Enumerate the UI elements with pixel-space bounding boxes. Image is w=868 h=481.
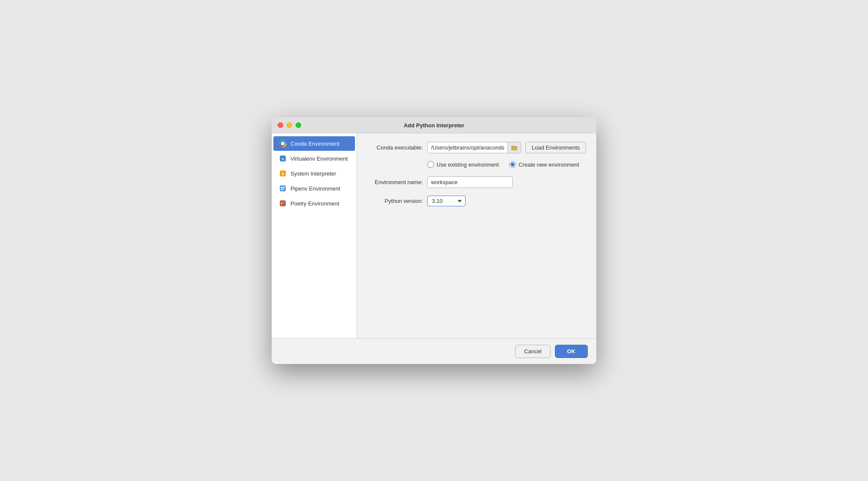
virtualenv-icon: v xyxy=(279,154,287,163)
sidebar-poetry-label: Poetry Environment xyxy=(290,200,339,207)
radio-create-new[interactable]: Create new environment xyxy=(509,161,579,168)
use-existing-radio[interactable] xyxy=(427,161,434,168)
add-python-interpreter-dialog: Add Python Interpreter Conda Environment xyxy=(272,117,596,364)
conda-executable-row: Conda executable: Load Environments xyxy=(367,142,586,153)
sidebar-pipenv-label: Pipenv Environment xyxy=(290,185,340,192)
conda-icon xyxy=(279,139,287,148)
radio-use-existing[interactable]: Use existing environment xyxy=(427,161,499,168)
pipenv-icon xyxy=(279,184,287,193)
sidebar-item-poetry[interactable]: Poetry Environment xyxy=(273,196,355,211)
dialog-footer: Cancel OK xyxy=(272,338,596,364)
use-existing-label: Use existing environment xyxy=(437,161,499,168)
svg-point-10 xyxy=(281,202,282,204)
traffic-lights xyxy=(278,122,301,128)
folder-icon xyxy=(511,145,517,150)
maximize-button[interactable] xyxy=(296,122,301,128)
close-button[interactable] xyxy=(278,122,283,128)
conda-executable-label: Conda executable: xyxy=(367,144,423,151)
main-content: Conda executable: Load Environments xyxy=(357,133,596,338)
cancel-button[interactable]: Cancel xyxy=(515,345,550,358)
sidebar-virtualenv-label: Virtualenv Environment xyxy=(290,155,348,162)
svg-text:S: S xyxy=(282,172,284,176)
create-new-label: Create new environment xyxy=(519,161,579,168)
system-icon: S xyxy=(279,169,287,178)
svg-rect-8 xyxy=(281,189,284,190)
dialog-body: Conda Environment v Virtualenv Environme… xyxy=(272,133,596,338)
conda-executable-input[interactable] xyxy=(428,142,507,153)
svg-rect-13 xyxy=(511,147,517,150)
browse-folder-button[interactable] xyxy=(507,142,521,153)
sidebar-system-label: System Interpreter xyxy=(290,170,336,177)
svg-point-1 xyxy=(281,142,284,145)
svg-point-12 xyxy=(283,204,284,205)
sidebar-item-virtualenv[interactable]: v Virtualenv Environment xyxy=(273,151,355,166)
load-environments-button[interactable]: Load Environments xyxy=(525,142,586,153)
python-version-select[interactable]: 3.10 3.9 3.8 3.11 3.7 xyxy=(427,196,466,206)
minimize-button[interactable] xyxy=(287,122,292,128)
sidebar-item-conda[interactable]: Conda Environment xyxy=(273,136,355,151)
environment-name-input[interactable] xyxy=(427,176,513,188)
path-input-wrapper xyxy=(427,142,521,153)
radio-options-row: Use existing environment Create new envi… xyxy=(427,161,586,168)
svg-rect-7 xyxy=(281,187,285,188)
svg-point-11 xyxy=(283,201,285,203)
environment-name-label: Environment name: xyxy=(367,179,423,185)
sidebar-item-pipenv[interactable]: Pipenv Environment xyxy=(273,181,355,196)
python-version-label: Python version: xyxy=(367,198,423,204)
ok-button[interactable]: OK xyxy=(555,345,588,358)
sidebar-conda-label: Conda Environment xyxy=(290,141,340,147)
create-new-radio[interactable] xyxy=(509,161,516,168)
sidebar: Conda Environment v Virtualenv Environme… xyxy=(272,133,357,338)
python-version-row: Python version: 3.10 3.9 3.8 3.11 3.7 xyxy=(367,196,586,206)
dialog-title: Add Python Interpreter xyxy=(404,122,464,129)
svg-rect-6 xyxy=(280,185,286,191)
environment-name-row: Environment name: xyxy=(367,176,586,188)
poetry-icon xyxy=(279,199,287,208)
sidebar-item-system[interactable]: S System Interpreter xyxy=(273,166,355,181)
title-bar: Add Python Interpreter xyxy=(272,117,596,133)
svg-text:v: v xyxy=(282,157,284,161)
